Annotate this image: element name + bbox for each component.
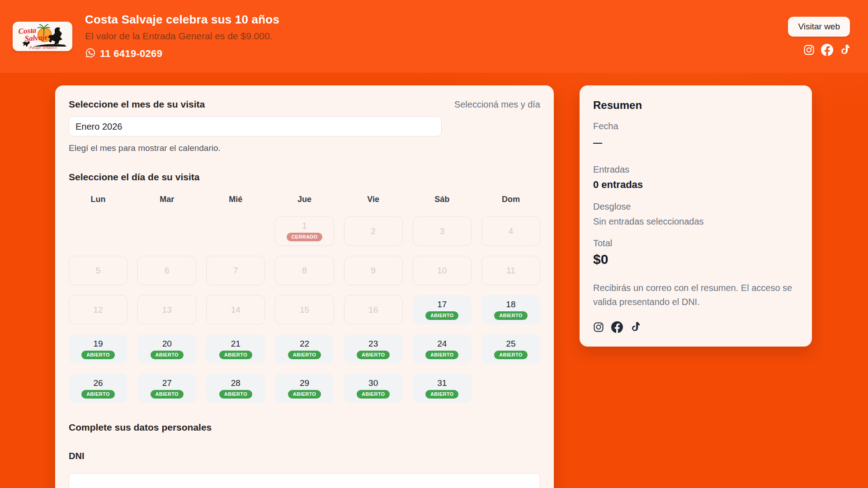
instagram-icon[interactable] — [803, 44, 815, 56]
page-title: Costa Salvaje celebra sus 10 años — [85, 13, 788, 27]
logo: Costa Salvaje Parque Temático — [13, 22, 72, 51]
day-number: 30 — [368, 378, 378, 388]
calendar-day-22[interactable]: 22ABIERTO — [275, 334, 334, 364]
calendar-day-21[interactable]: 21ABIERTO — [206, 334, 265, 364]
calendar-day-1: 1CERRADO — [275, 216, 334, 246]
booking-card: Seleccione el mes de su visita Seleccion… — [55, 85, 554, 488]
calendar-day-29[interactable]: 29ABIERTO — [275, 374, 334, 403]
total-label: Total — [593, 238, 798, 249]
svg-text:Salvaje: Salvaje — [24, 33, 48, 43]
day-status-badge: ABIERTO — [288, 390, 321, 399]
day-status-badge: ABIERTO — [219, 351, 252, 359]
calendar-day-10: 10 — [413, 256, 472, 285]
day-number: 5 — [96, 266, 101, 276]
visit-web-button[interactable]: Visitar web — [788, 17, 850, 37]
calendar-day-12: 12 — [69, 295, 127, 324]
day-number: 27 — [162, 378, 172, 388]
day-number: 11 — [506, 266, 515, 276]
dni-label: DNI — [69, 451, 540, 461]
calendar-day-25[interactable]: 25ABIERTO — [481, 334, 540, 364]
day-number: 9 — [371, 266, 376, 276]
calendar-day-14: 14 — [206, 295, 265, 324]
day-number: 22 — [300, 339, 309, 349]
day-number: 10 — [437, 266, 447, 276]
day-number: 24 — [437, 339, 447, 349]
fecha-value: — — [593, 137, 798, 148]
dni-input[interactable] — [69, 473, 540, 488]
day-number: 4 — [509, 226, 514, 236]
day-number: 12 — [94, 305, 103, 315]
weekday-label: Lun — [69, 195, 127, 204]
calendar-day-9: 9 — [344, 256, 403, 285]
day-number: 14 — [231, 305, 241, 315]
calendar-day-5: 5 — [69, 256, 127, 285]
day-number: 20 — [162, 339, 172, 349]
day-status-badge: ABIERTO — [151, 390, 184, 399]
calendar-day-15: 15 — [275, 295, 334, 324]
tiktok-icon[interactable] — [840, 44, 850, 56]
fecha-label: Fecha — [593, 121, 798, 131]
summary-card: Resumen Fecha — Entradas 0 entradas Desg… — [580, 85, 812, 347]
calendar-day-19[interactable]: 19ABIERTO — [69, 334, 127, 364]
personal-data-heading: Complete sus datos personales — [69, 422, 540, 433]
month-section-heading: Seleccione el mes de su visita — [69, 99, 205, 110]
day-number: 7 — [233, 266, 238, 276]
day-number: 15 — [300, 305, 309, 315]
total-value: $0 — [593, 252, 798, 267]
weekday-label: Jue — [275, 195, 334, 204]
day-number: 1 — [302, 221, 307, 231]
tiktok-icon[interactable] — [630, 322, 640, 333]
day-status-badge: ABIERTO — [81, 390, 114, 399]
calendar-day-16: 16 — [344, 295, 403, 324]
calendar-day-31[interactable]: 31ABIERTO — [413, 374, 472, 403]
calendar-day-27[interactable]: 27ABIERTO — [137, 374, 196, 403]
calendar-day-7: 7 — [206, 256, 265, 285]
weekday-header-row: LunMarMiéJueVieSábDom — [69, 195, 540, 204]
desglose-value: Sin entradas seleccionadas — [593, 216, 798, 227]
calendar-day-23[interactable]: 23ABIERTO — [344, 334, 403, 364]
month-select[interactable]: Enero 2026 — [69, 116, 442, 136]
day-number: 3 — [439, 226, 444, 236]
calendar-day-8: 8 — [275, 256, 334, 285]
calendar-day-30[interactable]: 30ABIERTO — [344, 374, 403, 403]
phone-number: 11 6419-0269 — [100, 48, 162, 60]
weekday-label: Dom — [481, 195, 540, 204]
day-number: 18 — [506, 300, 515, 310]
costa-salvaje-logo-image: Costa Salvaje Parque Temático — [15, 23, 70, 50]
calendar-grid: 1CERRADO234567891011121314151617ABIERTO1… — [69, 216, 540, 403]
day-number: 31 — [437, 378, 447, 388]
calendar-day-18[interactable]: 18ABIERTO — [481, 295, 540, 324]
calendar-day-13: 13 — [137, 295, 196, 324]
whatsapp-icon — [85, 47, 96, 60]
day-status-badge: ABIERTO — [425, 311, 458, 320]
facebook-icon[interactable] — [821, 44, 833, 56]
day-status-badge: ABIERTO — [494, 311, 527, 320]
day-number: 2 — [371, 226, 376, 236]
day-status-badge: ABIERTO — [151, 351, 184, 359]
whatsapp-phone[interactable]: 11 6419-0269 — [85, 47, 788, 60]
desglose-label: Desglose — [593, 202, 798, 212]
day-number: 17 — [437, 300, 447, 310]
calendar-day-17[interactable]: 17ABIERTO — [413, 295, 472, 324]
calendar-day-11: 11 — [481, 256, 540, 285]
instagram-icon[interactable] — [593, 322, 604, 333]
entradas-value: 0 entradas — [593, 179, 798, 191]
day-status-badge: ABIERTO — [425, 390, 458, 399]
dinosaur-icon — [48, 27, 62, 44]
day-number: 19 — [94, 339, 103, 349]
day-status-badge: ABIERTO — [357, 390, 390, 399]
header: Costa Salvaje Parque Temático Costa Salv… — [0, 0, 868, 73]
calendar-day-24[interactable]: 24ABIERTO — [413, 334, 472, 364]
calendar-day-2: 2 — [344, 216, 403, 246]
day-status-badge: ABIERTO — [494, 351, 527, 359]
header-subtitle: El valor de la Entrada General es de $9.… — [85, 31, 788, 42]
day-status-badge: ABIERTO — [288, 351, 321, 359]
calendar-day-20[interactable]: 20ABIERTO — [137, 334, 196, 364]
day-status-badge: ABIERTO — [357, 351, 390, 359]
day-number: 28 — [231, 378, 241, 388]
calendar-day-26[interactable]: 26ABIERTO — [69, 374, 127, 403]
day-number: 26 — [94, 378, 103, 388]
calendar-day-28[interactable]: 28ABIERTO — [206, 374, 265, 403]
day-number: 13 — [162, 305, 172, 315]
facebook-icon[interactable] — [611, 321, 623, 333]
